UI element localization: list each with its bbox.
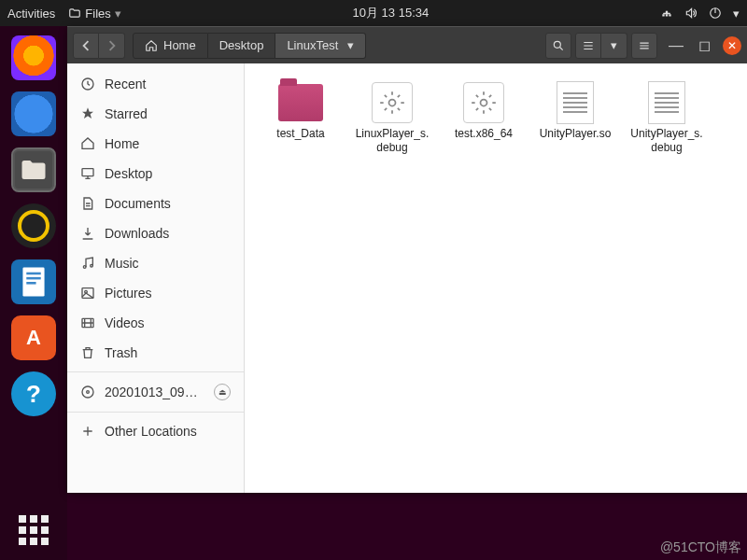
svg-point-5	[554, 41, 560, 48]
home-icon	[145, 39, 158, 52]
music-icon	[80, 256, 95, 271]
window-maximize-button[interactable]: ◻	[695, 36, 713, 55]
chevron-down-icon: ▾	[611, 38, 617, 52]
window-minimize-button[interactable]: —	[667, 36, 685, 55]
view-icons-button[interactable]	[575, 33, 601, 59]
sidebar-item-recent[interactable]: Recent	[67, 69, 244, 99]
file-grid[interactable]: test_Data LinuxPlayer_s.debug test.x86_6…	[245, 63, 747, 493]
videos-icon	[80, 315, 95, 330]
svg-point-14	[87, 391, 90, 394]
sidebar-item-desktop[interactable]: Desktop	[67, 159, 244, 189]
file-label: UnityPlayer_s.debug	[627, 127, 706, 155]
svg-point-15	[389, 100, 396, 106]
svg-point-16	[481, 100, 487, 106]
sidebar-item-downloads[interactable]: Downloads	[67, 218, 244, 248]
launcher-dock: ?	[0, 26, 67, 560]
file-label: test.x86_64	[455, 127, 513, 141]
desktop-icon	[80, 166, 95, 181]
watermark: @51CTO博客	[660, 539, 741, 556]
dock-app-writer[interactable]	[11, 259, 56, 304]
chevron-left-icon	[80, 40, 92, 51]
sidebar-item-pictures[interactable]: Pictures	[67, 278, 244, 308]
dock-app-help[interactable]: ?	[11, 371, 56, 416]
sidebar-separator	[67, 371, 244, 372]
dropdown-arrow-icon: ▾	[115, 7, 121, 21]
dock-show-applications[interactable]	[11, 515, 56, 560]
sidebar-item-disk[interactable]: 20201013_09…⏏	[67, 376, 244, 408]
file-label: LinuxPlayer_s.debug	[353, 127, 431, 155]
sidebar-item-starred[interactable]: Starred	[67, 99, 244, 129]
executable-icon	[372, 82, 413, 123]
trash-icon	[80, 345, 95, 360]
activities-button[interactable]: Activities	[7, 7, 55, 21]
dock-app-software[interactable]	[11, 315, 56, 360]
window-close-button[interactable]: ✕	[723, 36, 741, 55]
folder-icon	[278, 84, 323, 121]
text-file-icon	[648, 81, 685, 124]
document-icon	[19, 265, 49, 299]
hamburger-icon	[638, 39, 651, 52]
plus-icon	[80, 424, 95, 439]
files-icon	[68, 7, 81, 20]
svg-point-8	[83, 266, 86, 269]
file-item-text[interactable]: UnityPlayer.so	[532, 77, 618, 159]
file-item-folder[interactable]: test_Data	[258, 77, 344, 159]
chevron-right-icon	[106, 40, 118, 51]
list-icon	[582, 39, 595, 52]
svg-point-13	[82, 386, 93, 398]
sidebar-item-documents[interactable]: Documents	[67, 189, 244, 218]
path-menu-arrow-icon: ▾	[347, 38, 354, 52]
file-label: UnityPlayer.so	[540, 127, 612, 141]
hamburger-menu-button[interactable]	[631, 33, 657, 59]
dock-app-firefox[interactable]	[11, 35, 56, 80]
path-seg-desktop[interactable]: Desktop	[208, 33, 276, 59]
gnome-top-panel: Activities Files ▾ 10月 13 15:34 ▾	[0, 0, 747, 26]
svg-rect-2	[26, 273, 40, 275]
sidebar-item-music[interactable]: Music	[67, 248, 244, 278]
nav-buttons	[73, 33, 125, 59]
path-home[interactable]: Home	[133, 33, 208, 59]
dock-app-rhythmbox[interactable]	[11, 203, 56, 248]
svg-rect-7	[82, 169, 93, 176]
file-item-exec[interactable]: test.x86_64	[441, 77, 527, 159]
pictures-icon	[80, 286, 95, 301]
search-button[interactable]	[545, 33, 571, 59]
sidebar-item-videos[interactable]: Videos	[67, 308, 244, 338]
network-icon[interactable]	[660, 7, 673, 20]
folder-icon	[20, 158, 48, 182]
star-icon	[80, 106, 95, 121]
path-seg-current[interactable]: LinuxTest ▾	[275, 33, 366, 59]
documents-icon	[80, 196, 95, 211]
view-options-button[interactable]: ▾	[601, 33, 627, 59]
app-menu[interactable]: Files ▾	[68, 7, 120, 21]
eject-button[interactable]: ⏏	[214, 384, 231, 400]
sidebar-item-other-locations[interactable]: Other Locations	[67, 416, 244, 446]
app-menu-label: Files	[85, 7, 110, 21]
svg-rect-3	[26, 277, 40, 280]
svg-rect-4	[26, 282, 35, 285]
forward-button[interactable]	[99, 33, 125, 59]
pathbar: Home Desktop LinuxTest ▾	[133, 33, 366, 59]
executable-icon	[463, 82, 504, 123]
text-file-icon	[557, 81, 594, 124]
power-icon[interactable]	[709, 7, 722, 20]
sidebar-item-home[interactable]: Home	[67, 129, 244, 159]
volume-icon[interactable]	[684, 7, 698, 20]
file-item-exec[interactable]: LinuxPlayer_s.debug	[349, 77, 435, 159]
clock-icon	[80, 77, 95, 91]
system-menu-arrow-icon[interactable]: ▾	[733, 7, 740, 21]
clock[interactable]: 10月 13 15:34	[121, 5, 660, 21]
svg-point-9	[91, 264, 93, 267]
home-icon	[80, 136, 95, 151]
sidebar-separator	[67, 412, 244, 413]
headerbar: Home Desktop LinuxTest ▾ ▾ — ◻ ✕	[67, 26, 747, 63]
search-icon	[552, 39, 565, 52]
places-sidebar: Recent Starred Home Desktop Documents Do…	[67, 63, 245, 493]
back-button[interactable]	[73, 33, 99, 59]
file-item-text[interactable]: UnityPlayer_s.debug	[624, 77, 710, 159]
sidebar-item-trash[interactable]: Trash	[67, 338, 244, 368]
disk-icon	[80, 385, 95, 399]
dock-app-thunderbird[interactable]	[11, 91, 56, 136]
dock-app-files[interactable]	[11, 147, 56, 192]
files-window: Home Desktop LinuxTest ▾ ▾ — ◻ ✕ Recent …	[67, 26, 747, 493]
